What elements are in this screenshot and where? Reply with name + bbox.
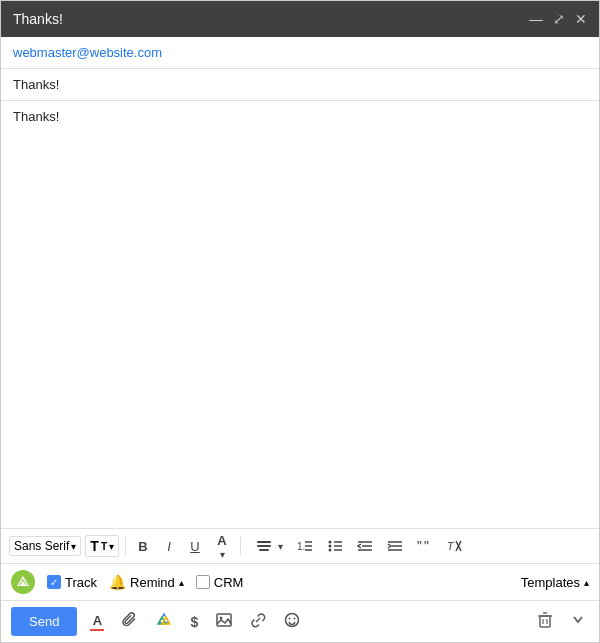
- svg-text:1.: 1.: [297, 541, 305, 552]
- attachment-button[interactable]: [117, 609, 143, 634]
- crm-checkbox[interactable]: [196, 575, 210, 589]
- to-value: webmaster@website.com: [13, 45, 162, 60]
- image-button[interactable]: [211, 609, 237, 634]
- templates-chevron: ▴: [584, 577, 589, 588]
- compose-window: Thanks! — ⤢ ✕ webmaster@website.com Than…: [0, 0, 600, 643]
- link-icon: [250, 612, 266, 628]
- font-size-icon-small: T: [101, 541, 107, 552]
- track-checkbox[interactable]: [47, 575, 61, 589]
- window-title: Thanks!: [13, 11, 63, 27]
- to-field[interactable]: webmaster@website.com: [1, 37, 599, 69]
- trash-icon: [536, 611, 554, 629]
- text-color-chevron: ▾: [220, 549, 225, 560]
- minimize-button[interactable]: —: [529, 11, 543, 27]
- svg-point-6: [329, 549, 332, 552]
- svg-point-31: [294, 618, 296, 620]
- window-controls: — ⤢ ✕: [529, 11, 587, 27]
- font-family-select[interactable]: Sans Serif ▾: [9, 536, 81, 556]
- bell-icon: 🔔: [109, 574, 126, 590]
- quote-icon: " ": [417, 538, 433, 554]
- subject-field[interactable]: Thanks!: [1, 69, 599, 101]
- font-size-icon: T: [90, 538, 99, 554]
- underline-bar: [90, 629, 104, 631]
- font-family-label: Sans Serif: [14, 539, 69, 553]
- indent-less-button[interactable]: [352, 535, 378, 557]
- link-button[interactable]: [245, 609, 271, 634]
- extensions-bar: Track 🔔 Remind ▴ CRM Templates ▴: [1, 563, 599, 600]
- chevron-down-icon: [572, 612, 584, 628]
- svg-text:": ": [424, 538, 429, 554]
- drive-icon: [156, 612, 172, 628]
- underline-format-button[interactable]: A: [85, 610, 109, 634]
- sep-2: [240, 537, 241, 555]
- font-size-select[interactable]: T T ▾: [85, 535, 119, 557]
- emoji-icon: [284, 612, 300, 628]
- svg-rect-32: [540, 616, 550, 627]
- font-size-chevron: ▾: [109, 541, 114, 552]
- more-options-button[interactable]: [567, 609, 589, 635]
- indent-more-button[interactable]: [382, 535, 408, 557]
- svg-point-28: [220, 617, 223, 620]
- unordered-list-icon: [327, 538, 343, 554]
- emoji-button[interactable]: [279, 609, 305, 634]
- remind-chevron: ▴: [179, 577, 184, 588]
- title-bar: Thanks! — ⤢ ✕: [1, 1, 599, 37]
- paperclip-icon: [122, 612, 138, 628]
- unordered-list-button[interactable]: [322, 535, 348, 557]
- svg-point-4: [329, 541, 332, 544]
- subject-value: Thanks!: [13, 77, 59, 92]
- templates-label: Templates: [521, 575, 580, 590]
- svg-text:": ": [417, 538, 422, 554]
- quote-button[interactable]: " ": [412, 535, 438, 557]
- align-chevron: ▾: [278, 541, 283, 552]
- underline-letter: A: [93, 613, 102, 628]
- indent-more-icon: [387, 538, 403, 554]
- currency-button[interactable]: $: [185, 611, 203, 633]
- align-icon: [252, 539, 276, 553]
- remove-format-icon: T: [447, 538, 463, 554]
- remind-label: Remind: [130, 575, 175, 590]
- text-color-letter: A: [217, 533, 226, 548]
- sep-1: [125, 537, 126, 555]
- bold-button[interactable]: B: [132, 535, 154, 557]
- send-toolbar: Send A $: [1, 600, 599, 642]
- maximize-button[interactable]: ⤢: [553, 11, 565, 27]
- svg-text:T: T: [447, 540, 455, 552]
- delete-button[interactable]: [531, 608, 559, 636]
- image-icon: [216, 612, 232, 628]
- svg-point-5: [329, 545, 332, 548]
- send-button[interactable]: Send: [11, 607, 77, 636]
- body-area[interactable]: Thanks!: [1, 101, 599, 528]
- yesware-icon: [15, 574, 31, 590]
- formatting-toolbar: Sans Serif ▾ T T ▾ B I U A ▾: [1, 528, 599, 563]
- yesware-logo[interactable]: [11, 570, 35, 594]
- align-button[interactable]: ▾: [247, 535, 288, 557]
- font-family-chevron: ▾: [71, 541, 76, 552]
- remind-item[interactable]: 🔔 Remind ▴: [109, 574, 184, 590]
- crm-label: CRM: [214, 575, 244, 590]
- templates-button[interactable]: Templates ▴: [521, 575, 589, 590]
- close-button[interactable]: ✕: [575, 11, 587, 27]
- track-label: Track: [65, 575, 97, 590]
- remove-format-button[interactable]: T: [442, 535, 468, 557]
- indent-less-icon: [357, 538, 373, 554]
- italic-button[interactable]: I: [158, 535, 180, 557]
- crm-item[interactable]: CRM: [196, 575, 244, 590]
- text-color-button[interactable]: A ▾: [210, 535, 234, 557]
- ordered-list-button[interactable]: 1.: [292, 535, 318, 557]
- ordered-list-icon: 1.: [297, 538, 313, 554]
- drive-button[interactable]: [151, 609, 177, 634]
- svg-point-30: [289, 618, 291, 620]
- body-text: Thanks!: [13, 109, 59, 124]
- underline-button[interactable]: U: [184, 535, 206, 557]
- track-item[interactable]: Track: [47, 575, 97, 590]
